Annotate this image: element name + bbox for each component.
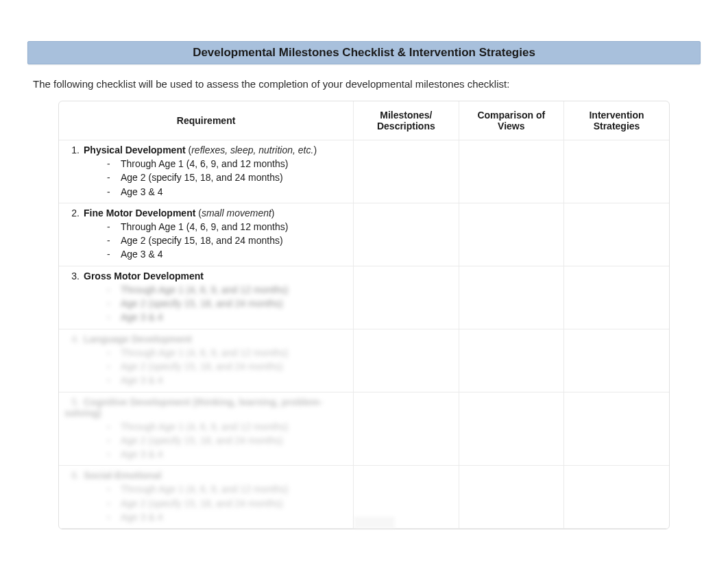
requirement-heading: 1.Physical Development (reflexes, sleep,… [64, 145, 348, 155]
requirement-number: 2. [64, 208, 80, 218]
requirement-cell: 6.Social-EmotionalThrough Age 1 (4, 6, 9… [59, 466, 354, 529]
empty-cell [459, 140, 563, 203]
table-row: 2.Fine Motor Development (small movement… [59, 203, 669, 266]
sub-requirements: Through Age 1 (4, 6, 9, and 12 months)Ag… [107, 420, 348, 462]
empty-cell [354, 392, 459, 466]
requirement-heading: 6.Social-Emotional [64, 470, 348, 481]
requirement-cell: 1.Physical Development (reflexes, sleep,… [59, 140, 354, 203]
sub-requirements: Through Age 1 (4, 6, 9, and 12 months)Ag… [107, 220, 348, 262]
empty-cell [354, 203, 459, 266]
requirement-number: 3. [64, 271, 80, 282]
requirement-title: Fine Motor Development [84, 208, 195, 218]
sub-requirement-item: Age 3 & 4 [107, 247, 348, 261]
requirement-title: Language Development [84, 334, 192, 345]
sub-requirement-item: Age 2 (specify 15, 18, and 24 months) [107, 234, 348, 247]
requirement-heading: 4.Language Development [64, 334, 348, 345]
requirement-number: 5. [64, 397, 80, 408]
empty-cell [459, 329, 563, 392]
empty-cell [459, 266, 563, 329]
sub-requirement-item: Through Age 1 (4, 6, 9, and 12 months) [107, 346, 348, 360]
header-comparison: Comparison of Views [459, 101, 563, 140]
requirement-cell: 3.Gross Motor DevelopmentThrough Age 1 (… [59, 266, 354, 329]
empty-cell [564, 266, 669, 329]
sub-requirement-item: Age 2 (specify 15, 18, and 24 months) [107, 171, 348, 184]
requirement-title: Cognitive Development (thinking, learnin… [64, 397, 322, 418]
sub-requirement-item: Through Age 1 (4, 6, 9, and 12 months) [107, 482, 348, 496]
document-title: Developmental Milestones Checklist & Int… [27, 41, 701, 64]
sub-requirement-item: Through Age 1 (4, 6, 9, and 12 months) [107, 283, 348, 297]
sub-requirement-item: Age 2 (specify 15, 18, and 24 months) [107, 360, 348, 373]
empty-cell [564, 203, 669, 266]
requirement-heading: 2.Fine Motor Development (small movement… [64, 208, 348, 218]
intro-text: The following checklist will be used to … [33, 78, 701, 90]
checklist-table: Requirement Milestones/ Descriptions Com… [59, 101, 669, 529]
empty-cell [564, 140, 669, 203]
table-row: 3.Gross Motor DevelopmentThrough Age 1 (… [59, 266, 669, 329]
table-row: 5.Cognitive Development (thinking, learn… [59, 392, 669, 466]
sub-requirement-item: Age 2 (specify 15, 18, and 24 months) [107, 497, 348, 510]
header-requirement: Requirement [59, 101, 354, 140]
sub-requirement-item: Through Age 1 (4, 6, 9, and 12 months) [107, 157, 348, 171]
table-row: 4.Language DevelopmentThrough Age 1 (4, … [59, 329, 669, 392]
requirement-title: Physical Development [84, 145, 186, 155]
sub-requirement-item: Age 3 & 4 [107, 447, 348, 461]
empty-cell [564, 329, 669, 392]
empty-cell [459, 392, 563, 466]
empty-cell [354, 140, 459, 203]
table-row: 1.Physical Development (reflexes, sleep,… [59, 140, 669, 203]
requirement-cell: 5.Cognitive Development (thinking, learn… [59, 392, 354, 466]
page-indicator [354, 516, 395, 529]
empty-cell [354, 266, 459, 329]
requirement-title: Gross Motor Development [84, 271, 204, 282]
empty-cell [459, 466, 563, 529]
header-intervention: Intervention Strategies [564, 101, 669, 140]
sub-requirement-item: Age 2 (specify 15, 18, and 24 months) [107, 297, 348, 310]
checklist-table-container: Requirement Milestones/ Descriptions Com… [58, 101, 670, 529]
sub-requirements: Through Age 1 (4, 6, 9, and 12 months)Ag… [107, 283, 348, 325]
requirement-heading: 5.Cognitive Development (thinking, learn… [64, 397, 348, 418]
sub-requirement-item: Age 3 & 4 [107, 185, 348, 199]
sub-requirements: Through Age 1 (4, 6, 9, and 12 months)Ag… [107, 482, 348, 524]
requirement-number: 6. [64, 470, 80, 481]
sub-requirement-item: Age 3 & 4 [107, 310, 348, 324]
requirement-title: Social-Emotional [84, 470, 162, 481]
sub-requirement-item: Age 3 & 4 [107, 373, 348, 387]
sub-requirement-item: Through Age 1 (4, 6, 9, and 12 months) [107, 220, 348, 234]
empty-cell [564, 466, 669, 529]
requirement-note: reflexes, sleep, nutrition, etc. [191, 145, 313, 155]
requirement-number: 4. [64, 334, 80, 345]
empty-cell [564, 392, 669, 466]
empty-cell [354, 329, 459, 392]
sub-requirements: Through Age 1 (4, 6, 9, and 12 months)Ag… [107, 157, 348, 199]
requirement-number: 1. [64, 145, 80, 155]
sub-requirement-item: Through Age 1 (4, 6, 9, and 12 months) [107, 420, 348, 434]
sub-requirement-item: Age 3 & 4 [107, 510, 348, 524]
sub-requirements: Through Age 1 (4, 6, 9, and 12 months)Ag… [107, 346, 348, 388]
requirement-cell: 2.Fine Motor Development (small movement… [59, 203, 354, 266]
requirement-cell: 4.Language DevelopmentThrough Age 1 (4, … [59, 329, 354, 392]
header-milestones: Milestones/ Descriptions [354, 101, 459, 140]
sub-requirement-item: Age 2 (specify 15, 18, and 24 months) [107, 434, 348, 447]
requirement-heading: 3.Gross Motor Development [64, 271, 348, 282]
requirement-note: small movement [202, 208, 271, 218]
empty-cell [459, 203, 563, 266]
